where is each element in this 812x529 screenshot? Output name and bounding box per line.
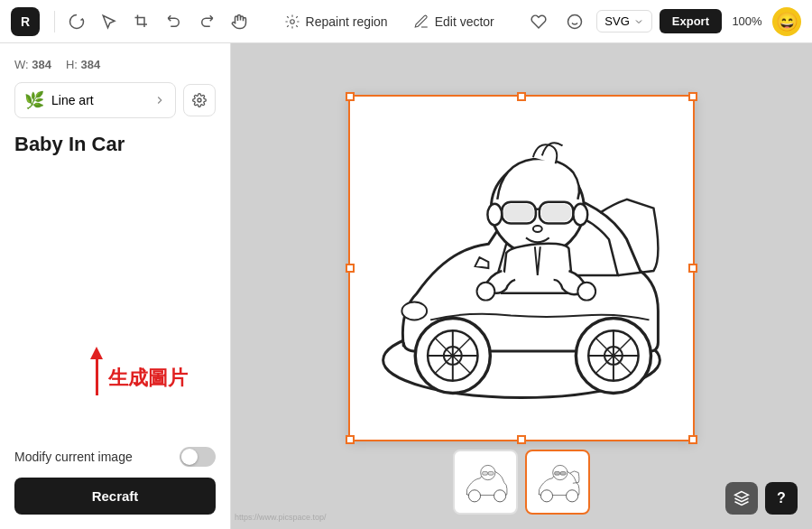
svg-point-0 [290,19,294,23]
toolbar-right: SVG Export 100% 😄 [524,7,801,36]
recraft-btn[interactable]: Recraft [14,478,216,515]
app-logo[interactable]: R [11,7,40,36]
svg-point-1 [568,14,582,28]
thumbnail-1[interactable] [453,450,518,515]
illustration-svg [350,97,693,440]
handle-top-mid[interactable] [517,92,526,101]
svg-marker-44 [735,492,749,499]
image-title: Baby In Car [14,133,216,156]
modify-row: Modify current image [14,447,216,467]
style-selector[interactable]: 🌿 Line art [14,82,176,118]
svg-rect-23 [503,204,534,222]
modify-toggle[interactable] [180,447,216,467]
toggle-thumb [181,449,198,465]
redo-btn[interactable] [192,7,221,36]
edit-vector-btn[interactable]: Edit vector [404,8,503,35]
watermark: https://www.picspace.top/ [235,513,327,522]
canvas-image-container[interactable] [348,95,695,441]
toolbar: R Repaint region Edit vector [0,0,812,43]
height-label: H: 384 [66,58,100,71]
layers-btn[interactable] [725,482,758,515]
repaint-region-btn[interactable]: Repaint region [275,8,397,35]
thumbnail-2[interactable] [525,450,590,515]
svg-point-34 [468,490,480,502]
heart-btn[interactable] [524,7,553,36]
svg-point-32 [577,283,595,301]
svg-rect-38 [488,471,494,475]
selection-tool-btn[interactable] [95,7,124,36]
repaint-region-label: Repaint region [306,14,388,29]
svg-point-35 [494,490,506,502]
svg-point-39 [540,490,552,502]
dimensions-row: W: 384 H: 384 [14,58,216,71]
svg-point-4 [198,98,201,102]
svg-rect-37 [483,471,488,475]
crop-tool-btn[interactable] [127,7,156,36]
toolbar-center: Repaint region Edit vector [257,8,521,35]
left-panel: W: 384 H: 384 🌿 Line art Baby In Car Mod… [0,43,231,529]
style-icon: 🌿 [24,90,44,110]
thumb2-svg [531,455,585,509]
export-label: Export [672,14,709,28]
settings-btn[interactable] [183,84,216,116]
edit-vector-label: Edit vector [435,14,494,29]
svg-rect-43 [560,471,566,475]
thumb1-svg [458,455,512,509]
bottom-right-btns: ? [725,482,798,515]
help-btn[interactable]: ? [765,482,798,515]
emoji-btn[interactable] [560,7,589,36]
svg-point-40 [567,490,578,502]
format-label: SVG [604,14,629,28]
svg-point-29 [487,204,502,226]
handle-bottom-mid[interactable] [517,435,526,444]
logo-text: R [21,14,30,29]
hand-tool-btn[interactable] [225,7,254,36]
handle-bottom-left[interactable] [346,435,355,444]
handle-mid-left[interactable] [346,264,355,273]
handle-bottom-right[interactable] [688,435,697,444]
undo-btn[interactable] [160,7,189,36]
svg-point-31 [477,283,495,301]
separator-1 [54,11,55,32]
export-btn[interactable]: Export [660,9,722,33]
style-selector-left: 🌿 Line art [24,90,94,110]
style-name: Line art [51,93,94,107]
svg-point-30 [573,204,587,226]
modify-label: Modify current image [14,450,133,464]
help-icon: ? [777,490,786,506]
width-label: W: 384 [14,58,51,71]
lasso-tool-btn[interactable] [62,7,91,36]
avatar[interactable]: 😄 [772,7,801,36]
zoom-level: 100% [729,14,765,28]
chevron-right-icon [153,94,166,107]
handle-mid-right[interactable] [688,264,697,273]
format-dropdown[interactable]: SVG [596,10,651,32]
recraft-label: Recraft [92,488,139,504]
handle-top-left[interactable] [346,92,355,101]
handle-top-right[interactable] [688,92,697,101]
svg-rect-24 [541,204,572,222]
svg-rect-42 [555,471,560,475]
svg-point-33 [401,302,427,320]
style-row: 🌿 Line art [14,82,216,118]
